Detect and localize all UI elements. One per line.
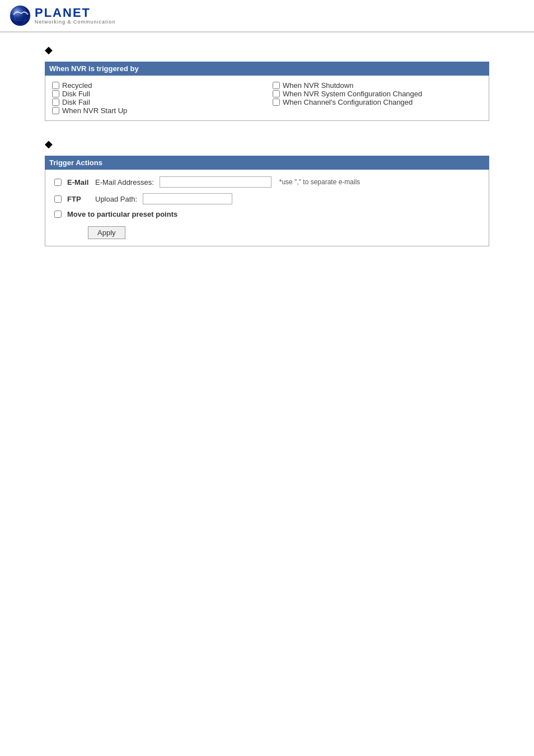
ftp-label: FTP [67, 195, 90, 203]
apply-row: Apply [88, 226, 480, 239]
checkbox-disk-full[interactable] [52, 90, 59, 97]
trigger-nvr-start: When NVR Start Up [52, 106, 261, 115]
logo-text: PLANET Networking & Communication [35, 7, 116, 25]
main-content: ◆ When NVR is triggered by Recycled Disk… [0, 32, 534, 274]
checkbox-disk-fail[interactable] [52, 99, 59, 106]
trigger-nvr-shutdown: When NVR Shutdown [273, 81, 482, 90]
label-nvr-shutdown: When NVR Shutdown [283, 81, 353, 90]
trigger-sys-config: When NVR System Configuration Changed [273, 90, 482, 98]
trigger-disk-full: Disk Full [52, 90, 261, 98]
checkbox-sys-config[interactable] [273, 90, 280, 97]
preset-row: Move to particular preset points [54, 210, 480, 218]
trigger-disk-fail: Disk Fail [52, 98, 261, 106]
trigger-actions-body: E-Mail E-Mail Addresses: *use "," to sep… [45, 170, 489, 246]
checkbox-email[interactable] [54, 179, 62, 186]
nvr-trigger-header: When NVR is triggered by [45, 62, 489, 76]
preset-label: Move to particular preset points [67, 210, 177, 218]
checkbox-nvr-shutdown[interactable] [273, 82, 280, 89]
triggers-left-col: Recycled Disk Full Disk Fail When N [52, 81, 261, 115]
checkbox-nvr-start[interactable] [52, 107, 59, 114]
nvr-trigger-body: Recycled Disk Full Disk Fail When N [45, 76, 489, 120]
nvr-trigger-section: ◆ When NVR is triggered by Recycled Disk… [45, 44, 489, 121]
checkbox-ftp[interactable] [54, 195, 62, 203]
logo-subtitle-label: Networking & Communication [35, 19, 116, 25]
nvr-trigger-table: Recycled Disk Full Disk Fail When N [45, 76, 489, 121]
checkbox-ch-config[interactable] [273, 99, 280, 106]
trigger-ch-config: When Channel's Configuration Changed [273, 98, 482, 106]
trigger-actions-table: E-Mail E-Mail Addresses: *use "," to sep… [45, 170, 489, 246]
svg-point-3 [10, 6, 30, 26]
email-label: E-Mail [67, 178, 90, 186]
ftp-field-label: Upload Path: [95, 195, 137, 203]
label-ch-config: When Channel's Configuration Changed [283, 98, 413, 106]
label-disk-fail: Disk Fail [62, 98, 90, 106]
trigger-actions-header: Trigger Actions [45, 156, 489, 170]
label-nvr-start: When NVR Start Up [62, 106, 127, 115]
ftp-path-input[interactable] [143, 193, 232, 204]
apply-button[interactable]: Apply [88, 226, 125, 239]
logo-globe-icon [9, 4, 31, 27]
section2-diamond: ◆ [45, 138, 489, 150]
email-field-label: E-Mail Addresses: [95, 178, 154, 186]
section1-diamond: ◆ [45, 44, 489, 56]
label-sys-config: When NVR System Configuration Changed [283, 90, 422, 98]
checkbox-recycled[interactable] [52, 82, 59, 89]
triggers-right-col: When NVR Shutdown When NVR System Config… [273, 81, 482, 115]
label-recycled: Recycled [62, 81, 92, 90]
email-action-row: E-Mail E-Mail Addresses: *use "," to sep… [54, 176, 480, 188]
trigger-recycled: Recycled [52, 81, 261, 90]
logo-planet-label: PLANET [35, 7, 116, 19]
logo: PLANET Networking & Communication [9, 4, 116, 27]
checkbox-preset[interactable] [54, 211, 62, 218]
page-header: PLANET Networking & Communication [0, 0, 534, 32]
trigger-actions-section: ◆ Trigger Actions E-Mail E-Mail Addresse… [45, 138, 489, 246]
ftp-action-row: FTP Upload Path: [54, 193, 480, 204]
triggers-grid: Recycled Disk Full Disk Fail When N [52, 81, 482, 115]
email-hint: *use "," to separate e-mails [279, 178, 360, 186]
label-disk-full: Disk Full [62, 90, 90, 98]
email-input[interactable] [160, 176, 271, 188]
